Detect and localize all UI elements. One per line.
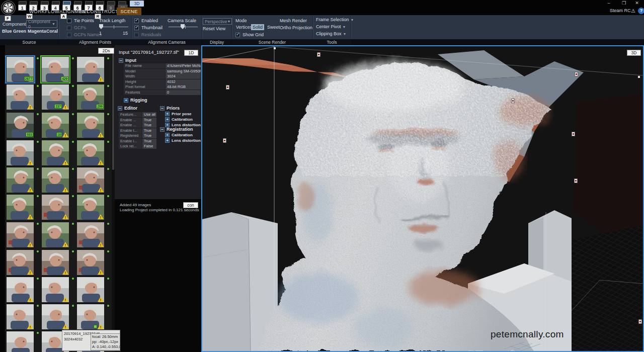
component-dropdown[interactable]: Component 0 ▼ (26, 20, 57, 28)
camera-marker-icon[interactable] (511, 99, 515, 103)
property-value[interactable]: True (142, 139, 156, 144)
checkbox-tie-points[interactable]: Tie Points (67, 17, 94, 24)
reset-view-button[interactable]: Reset View (203, 26, 225, 31)
collapse-icon[interactable]: − (119, 58, 123, 63)
viewport-3d[interactable]: petemcnally.com (201, 45, 644, 352)
photo-thumbnail[interactable]: 299 (77, 84, 104, 110)
photo-thumbnail[interactable]: ! (42, 277, 69, 302)
photo-thumbnail[interactable]: ! (77, 140, 104, 165)
tab-scene[interactable]: SCENE (117, 8, 141, 15)
photo-thumbnail[interactable]: ! (42, 250, 69, 275)
warning-icon[interactable]: ⚠ (630, 8, 636, 14)
photo-thumbnail[interactable]: ! (7, 140, 34, 165)
property-value[interactable]: 4032 (166, 79, 201, 84)
rigging-section-header[interactable]: + Rigging (124, 98, 147, 103)
property-value[interactable]: Use all i... (142, 112, 156, 117)
camera-marker-icon[interactable] (317, 52, 320, 57)
prior-calibration[interactable]: +Calibration (165, 117, 193, 122)
photo-thumbnail[interactable]: ! (77, 277, 104, 302)
expand-icon[interactable]: + (124, 98, 128, 103)
camera-marker-icon[interactable] (572, 132, 575, 136)
photo-thumbnail[interactable]: ! (77, 195, 104, 220)
photo-thumbnail[interactable]: ! (77, 113, 104, 138)
box-handle[interactable] (638, 76, 640, 78)
photo-thumbnail[interactable]: ! (7, 167, 34, 193)
tool-frame-selection[interactable]: Frame Selection▼ (316, 17, 354, 22)
camera-marker-icon[interactable] (638, 319, 642, 324)
photo-thumbnail[interactable]: 2677 (7, 57, 34, 82)
collapse-icon[interactable]: − (160, 106, 165, 111)
photo-thumbnail[interactable]: ! (77, 57, 104, 82)
color-toggle-blue[interactable]: Blue (2, 29, 12, 34)
expand-icon[interactable]: + (165, 117, 170, 122)
app-logo-icon[interactable] (1, 1, 16, 15)
view-preset-button-1[interactable]: 1 (18, 5, 26, 11)
photo-thumbnail[interactable]: ! (77, 304, 104, 329)
property-value[interactable]: True (142, 128, 156, 133)
track-length-slider[interactable] (99, 24, 128, 30)
camera-marker-icon[interactable] (223, 138, 226, 143)
projection-dropdown[interactable]: Perspective ▼ (203, 18, 232, 25)
property-value[interactable]: 48-bit RGB (166, 84, 201, 90)
property-value[interactable]: d:\Users\Peter McNall... (166, 63, 201, 68)
color-toggle-green[interactable]: Green (13, 29, 26, 34)
camera-marker-icon[interactable] (574, 179, 578, 183)
mode-button-solid[interactable]: Solid (251, 24, 264, 30)
checkbox-enabled[interactable]: Enabled (134, 17, 158, 24)
photo-thumbnail[interactable]: !237 (42, 84, 69, 110)
close-button[interactable]: ✕ (630, 0, 644, 7)
mode-button-sweet[interactable]: Sweet (266, 24, 281, 30)
property-value[interactable]: 0 (166, 90, 201, 95)
color-toggle-magenta[interactable]: Magenta (28, 29, 46, 34)
photo-thumbnail[interactable]: ! (42, 304, 69, 329)
help-icon[interactable]: ? (638, 8, 644, 14)
photo-thumbnail[interactable]: ! (42, 222, 69, 247)
tool-center-pivot[interactable]: Center Pivot▼ (316, 24, 346, 29)
tab-2ds[interactable]: 2Ds (98, 48, 114, 54)
camera-scale-slider[interactable] (169, 24, 198, 30)
tool-clipping-box[interactable]: Clipping Box▼ (316, 31, 346, 36)
checkbox-residuals[interactable]: Residuals (134, 31, 162, 38)
photo-thumbnail[interactable]: ! (77, 167, 104, 193)
top-view-tab-3d[interactable]: 3D (130, 1, 144, 7)
property-value[interactable]: True (142, 123, 156, 128)
ortho-projection-button[interactable]: Ortho Projection (280, 25, 312, 30)
property-value[interactable]: True (142, 118, 156, 123)
color-toggle-coral[interactable]: Coral (46, 29, 58, 34)
camera-marker-icon[interactable] (226, 85, 229, 90)
photo-thumbnail[interactable]: ! (42, 167, 69, 193)
priors-section-header[interactable]: − Priors (160, 106, 180, 111)
registration-section-header[interactable]: − Registration (160, 127, 193, 132)
photo-thumbnail[interactable]: ! (7, 195, 34, 220)
expand-icon[interactable]: + (165, 138, 170, 143)
registration-lens-distortion[interactable]: +Lens distortion (165, 138, 201, 143)
photo-thumbnail[interactable]: ! (7, 304, 34, 329)
maximize-button[interactable]: ❒ (617, 0, 631, 7)
checkbox-show-grid[interactable]: Show Grid (235, 31, 264, 38)
property-value[interactable]: True (142, 133, 156, 138)
registration-calibration[interactable]: +Calibration (165, 133, 193, 137)
photo-thumbnail[interactable]: ! (42, 195, 69, 220)
checkbox-gcps-names[interactable]: GCPs Names (67, 31, 102, 38)
photo-thumbnail[interactable]: ! (42, 140, 69, 165)
tab-3d[interactable]: 3D (627, 50, 641, 56)
property-value[interactable]: False (142, 144, 156, 149)
photo-thumbnail[interactable]: ! (77, 250, 104, 275)
camera-marker-icon[interactable] (575, 72, 578, 76)
checkbox-thumbnail[interactable]: Thumbnail (134, 24, 163, 31)
photo-thumbnail[interactable] (7, 331, 34, 352)
input-section-header[interactable]: − Input (119, 58, 136, 63)
tab-workflow[interactable]: WORKFLOW (29, 8, 57, 15)
photo-thumbnail[interactable]: ! (7, 277, 34, 302)
prior-prior-pose[interactable]: +Prior pose (165, 112, 192, 116)
expand-icon[interactable]: + (165, 112, 170, 116)
minimize-button[interactable]: – (602, 0, 616, 7)
property-value[interactable]: 3024 (166, 74, 201, 79)
box-handle[interactable] (274, 47, 276, 49)
collapse-icon[interactable]: − (118, 106, 122, 111)
tab-console[interactable]: con (183, 202, 198, 208)
photo-thumbnail[interactable]: ! (7, 250, 34, 275)
photo-thumbnail[interactable]: ! (7, 84, 34, 110)
photo-thumbnail[interactable]: ! (7, 222, 34, 247)
photo-thumbnail[interactable]: 933 (7, 113, 34, 138)
